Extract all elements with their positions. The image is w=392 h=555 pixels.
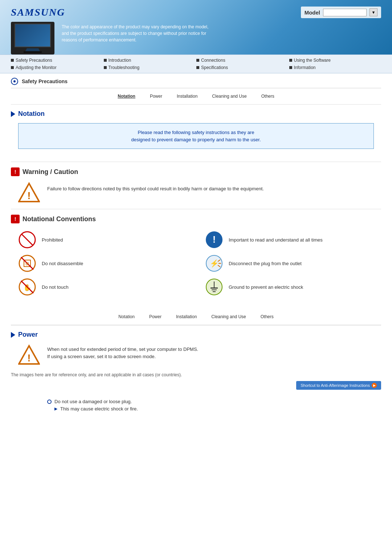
nav-item-adjusting[interactable]: Adjusting the Monitor: [11, 64, 103, 71]
sub-nav2-cleaning[interactable]: Cleaning and Use: [211, 314, 246, 319]
prohibited-label: Prohibited: [42, 237, 63, 243]
power-arrow-icon: [11, 332, 15, 338]
sub-nav-power[interactable]: Power: [150, 94, 162, 99]
conventions-exclamation-icon: !: [11, 215, 20, 223]
prohibited-icon: [18, 231, 36, 249]
warning-section: ! Warning / Caution ! Failure to follow …: [11, 162, 381, 209]
conventions-section: ! Notational Conventions Prohibited: [11, 209, 381, 301]
sub-nav-notation[interactable]: Notation: [118, 94, 135, 99]
conventions-grid: Prohibited ! Important to read and under…: [11, 231, 381, 296]
nav-item-information[interactable]: Information: [289, 64, 381, 71]
nav-bullet: [104, 66, 107, 69]
main-content: Safety Precautions Notation Power Instal…: [0, 73, 392, 417]
warning-title: Warning / Caution: [23, 168, 78, 176]
power-bullet-item-1: Do not use a damaged or loose plug.: [47, 399, 381, 404]
convention-prohibited: Prohibited: [18, 231, 194, 249]
no-touch-icon: ✋: [18, 278, 36, 296]
convention-ground: Ground to prevent an electric shock: [205, 278, 381, 296]
sub-nav-cleaning[interactable]: Cleaning and Use: [212, 94, 246, 99]
notation-heading: Notation: [11, 110, 381, 118]
main-navigation: Safety Precautions Introduction Connecti…: [0, 54, 392, 73]
svg-point-0: [13, 80, 16, 82]
svg-text:!: !: [213, 234, 216, 245]
sub-bullet-label-1: This may cause electric shock or fire.: [60, 406, 138, 412]
power-triangle-icon: !: [18, 344, 40, 367]
shortcut-btn-label: Shortcut to Anti-Afterimage Instructions: [301, 383, 370, 388]
header-description: The color and appearance of the product …: [62, 24, 214, 43]
nav-bullet: [196, 66, 199, 69]
notation-section: Notation Please read the following safet…: [11, 105, 381, 162]
page-header: SAMSUNG Model ▼ The color and appearance…: [0, 0, 392, 54]
nav-bullet: [11, 59, 14, 62]
sub-nav-others[interactable]: Others: [261, 94, 274, 99]
warning-exclamation-icon: !: [11, 167, 20, 176]
bullet-circle-icon: [47, 400, 52, 404]
ground-icon: [205, 278, 223, 296]
nav-item-specifications[interactable]: Specifications: [196, 64, 289, 71]
model-label: Model: [305, 9, 320, 16]
notation-info-box: Please read the following safety instruc…: [18, 123, 374, 149]
nav-bullet: [289, 66, 292, 69]
disconnect-icon: ⚡: [205, 254, 223, 272]
nav-item-introduction[interactable]: Introduction: [104, 57, 196, 64]
sub-nav2-notation[interactable]: Notation: [118, 314, 135, 319]
section-circle-icon: [11, 78, 18, 85]
nav-bullet: [11, 66, 14, 69]
important-icon: !: [205, 231, 223, 249]
nav-item-software[interactable]: Using the Software: [289, 57, 381, 64]
svg-text:⊞: ⊞: [25, 261, 29, 266]
monitor-image: [11, 22, 54, 54]
svg-text:!: !: [27, 352, 30, 364]
notation-info-text-line2: designed to prevent damage to property a…: [26, 136, 366, 143]
section-header: Safety Precautions: [11, 73, 381, 88]
power-content: ! When not used for extended period of t…: [11, 344, 381, 367]
svg-text:⚡: ⚡: [210, 259, 219, 268]
nav-bullet: [289, 59, 292, 62]
convention-disconnect: ⚡ Disconnect the plug from the outlet: [205, 254, 381, 272]
reference-text: The images here are for reference only, …: [11, 372, 381, 377]
no-disassemble-icon: ⊞: [18, 254, 36, 272]
nav-bullet: [196, 59, 199, 62]
power-section: Power ! When not used for extended perio…: [11, 325, 381, 395]
nav-item-troubleshooting[interactable]: Troubleshooting: [104, 64, 196, 71]
power-bullet-list: Do not use a damaged or loose plug. ▶ Th…: [11, 395, 381, 417]
sub-nav-installation[interactable]: Installation: [177, 94, 197, 99]
sub-nav2-others[interactable]: Others: [261, 314, 274, 319]
notation-arrow-icon: [11, 111, 15, 117]
sub-nav2-power[interactable]: Power: [149, 314, 162, 319]
power-heading: Power: [11, 331, 381, 339]
nav-item-connections[interactable]: Connections: [196, 57, 289, 64]
nav-bullet: [104, 59, 107, 62]
sub-navigation-bottom: Notation Power Installation Cleaning and…: [11, 309, 381, 325]
shortcut-button[interactable]: Shortcut to Anti-Afterimage Instructions…: [296, 381, 381, 390]
power-title: Power: [18, 331, 38, 339]
power-sub-bullet-item-1: ▶ This may cause electric shock or fire.: [47, 406, 381, 412]
important-label: Important to read and understand at all …: [229, 237, 323, 243]
notation-title: Notation: [18, 110, 45, 118]
sub-navigation-top: Notation Power Installation Cleaning and…: [11, 88, 381, 105]
convention-no-disassemble: ⊞ Do not disassemble: [18, 254, 194, 272]
bullet-label-1: Do not use a damaged or loose plug.: [54, 399, 132, 404]
nav-item-safety[interactable]: Safety Precautions: [11, 57, 103, 64]
warning-content: ! Failure to follow directions noted by …: [11, 182, 381, 203]
no-disassemble-label: Do not disassemble: [42, 261, 83, 266]
section-title: Safety Precautions: [22, 78, 68, 84]
no-touch-label: Do not touch: [42, 284, 69, 290]
model-area: Model ▼: [301, 7, 381, 18]
svg-line-4: [22, 234, 33, 245]
convention-important: ! Important to read and understand at al…: [205, 231, 381, 249]
power-text: When not used for extended period of tim…: [47, 344, 198, 360]
convention-no-touch: ✋ Do not touch: [18, 278, 194, 296]
shortcut-btn-icon: ▶: [372, 383, 377, 388]
disconnect-label: Disconnect the plug from the outlet: [229, 261, 302, 266]
model-dropdown-button[interactable]: ▼: [369, 8, 377, 16]
ground-label: Ground to prevent an electric shock: [229, 284, 303, 290]
sub-nav2-installation[interactable]: Installation: [176, 314, 197, 319]
svg-text:!: !: [27, 190, 30, 201]
conventions-heading: ! Notational Conventions: [11, 215, 381, 223]
warning-text: Failure to follow directions noted by th…: [47, 182, 264, 193]
model-input[interactable]: [323, 9, 367, 16]
samsung-logo: SAMSUNG: [11, 7, 65, 18]
triangle-warning-icon: !: [18, 182, 40, 203]
sub-arrow-icon: ▶: [54, 406, 57, 411]
